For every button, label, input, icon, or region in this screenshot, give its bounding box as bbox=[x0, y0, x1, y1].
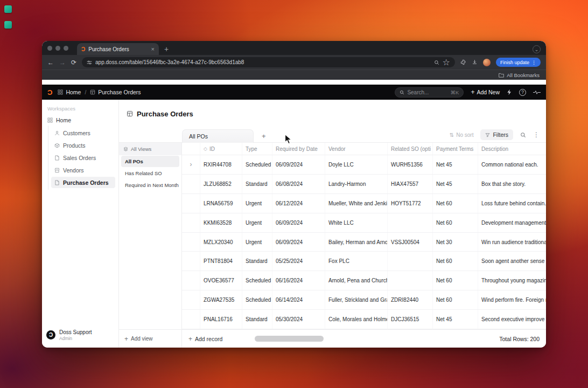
all-bookmarks-link[interactable]: All Bookmarks bbox=[507, 72, 540, 78]
expand-cell[interactable] bbox=[182, 194, 200, 213]
cell-type[interactable]: Scheduled bbox=[242, 271, 272, 290]
table-row[interactable]: MZLX20340Urgent06/09/2024Bailey, Herman … bbox=[182, 233, 546, 252]
column-header-related-so[interactable]: Related SO (opti bbox=[388, 143, 433, 155]
cell-description[interactable]: Win run audience traditional. Pag bbox=[478, 233, 546, 252]
cell-payment-terms[interactable]: Net 45 bbox=[433, 310, 478, 329]
profile-avatar[interactable] bbox=[483, 59, 491, 66]
cell-required-by-date[interactable]: 06/08/2024 bbox=[272, 175, 325, 193]
cell-payment-terms[interactable]: Net 45 bbox=[433, 175, 478, 193]
desktop-icon[interactable] bbox=[4, 21, 12, 29]
tab-all-pos[interactable]: All POs bbox=[182, 129, 254, 143]
cell-vendor[interactable]: Arnold, Pena and Church bbox=[325, 271, 388, 290]
global-search[interactable]: Search... ⌘K bbox=[395, 87, 464, 98]
help-icon[interactable]: ? bbox=[519, 89, 526, 96]
sidebar-item-products[interactable]: Products bbox=[51, 140, 115, 151]
column-header-id[interactable]: ◇ ID bbox=[200, 143, 242, 155]
table-row[interactable]: KKMI63528Urgent06/09/2024White LLCNet 60… bbox=[182, 213, 546, 233]
cell-payment-terms[interactable]: Net 60 bbox=[433, 290, 478, 309]
forward-button[interactable]: → bbox=[59, 59, 66, 66]
add-tab-button[interactable]: + bbox=[262, 133, 266, 140]
expand-cell[interactable] bbox=[182, 310, 200, 329]
cell-vendor[interactable]: White LLC bbox=[325, 213, 388, 232]
cell-type[interactable]: Standard bbox=[242, 310, 272, 329]
cell-id[interactable]: KKMI63528 bbox=[200, 213, 242, 232]
expand-cell[interactable]: › bbox=[182, 155, 200, 174]
download-icon[interactable] bbox=[472, 59, 478, 65]
cell-type[interactable]: Scheduled bbox=[242, 290, 272, 309]
cell-description[interactable]: Loss future behind contain. bbox=[478, 194, 546, 213]
view-item[interactable]: Has Related SO bbox=[121, 168, 179, 179]
cell-type[interactable]: Standard bbox=[242, 175, 272, 193]
expand-cell[interactable] bbox=[182, 213, 200, 232]
cell-vendor[interactable]: Mueller, White and Jenkins bbox=[325, 194, 388, 213]
breadcrumb-current[interactable]: Purchase Orders bbox=[98, 89, 141, 95]
view-item[interactable]: All POs bbox=[121, 156, 179, 167]
table-menu-kebab-icon[interactable]: ⋮ bbox=[533, 131, 540, 138]
cell-payment-terms[interactable]: Net 60 bbox=[433, 213, 478, 232]
cell-vendor[interactable]: Bailey, Herman and Arnold bbox=[325, 233, 388, 252]
table-row[interactable]: JLZU68852Standard06/08/2024Landry-Harmon… bbox=[182, 175, 546, 194]
cell-description[interactable]: Development management grou bbox=[478, 213, 546, 232]
site-settings-icon[interactable] bbox=[87, 60, 92, 65]
cell-id[interactable]: OVOE36577 bbox=[200, 271, 242, 290]
back-button[interactable]: ← bbox=[47, 59, 54, 66]
cell-related-so[interactable] bbox=[388, 213, 433, 232]
zoom-window-button[interactable] bbox=[64, 46, 68, 51]
browser-tab[interactable]: Ɔ Purchase Orders × bbox=[77, 43, 159, 55]
table-row[interactable]: LRNA56759Urgent06/12/2024Mueller, White … bbox=[182, 194, 546, 213]
cell-required-by-date[interactable]: 06/14/2024 bbox=[272, 290, 325, 309]
zoom-icon[interactable] bbox=[434, 60, 439, 65]
cell-related-so[interactable]: ZDRI82440 bbox=[388, 290, 433, 309]
url-text[interactable]: app.doss.com/table/15646fbc-3a2e-4674-a2… bbox=[95, 59, 431, 65]
table-row[interactable]: PNAL16716Standard05/30/2024Cole, Morales… bbox=[182, 310, 546, 329]
breadcrumb-home[interactable]: Home bbox=[66, 89, 81, 95]
cell-related-so[interactable]: DJCJ36515 bbox=[388, 310, 433, 329]
expand-cell[interactable] bbox=[182, 233, 200, 252]
sidebar-item-customers[interactable]: Customers bbox=[51, 127, 115, 138]
filters-button[interactable]: Filters bbox=[480, 129, 513, 140]
column-header-description[interactable]: Description bbox=[478, 143, 546, 155]
expand-cell[interactable] bbox=[182, 290, 200, 309]
cell-required-by-date[interactable]: 06/12/2024 bbox=[272, 194, 325, 213]
activity-pulse-icon[interactable] bbox=[533, 90, 541, 95]
reload-button[interactable]: ⟳ bbox=[71, 59, 76, 66]
cell-id[interactable]: PTNT81804 bbox=[200, 252, 242, 271]
cell-description[interactable]: Second executive improve finally bbox=[478, 310, 546, 329]
cell-id[interactable]: LRNA56759 bbox=[200, 194, 242, 213]
new-tab-button[interactable]: + bbox=[164, 45, 169, 53]
column-header-payment-terms[interactable]: Payment Terms bbox=[433, 143, 478, 155]
bookmark-star-icon[interactable]: ☆ bbox=[443, 57, 450, 67]
cell-required-by-date[interactable]: 06/09/2024 bbox=[272, 213, 325, 232]
automations-bolt-icon[interactable] bbox=[507, 89, 512, 95]
cell-vendor[interactable]: Fox PLC bbox=[325, 252, 388, 271]
expand-cell[interactable] bbox=[182, 271, 200, 290]
cell-required-by-date[interactable]: 06/09/2024 bbox=[272, 233, 325, 252]
cell-id[interactable]: PNAL16716 bbox=[200, 310, 242, 329]
add-new-button[interactable]: + Add New bbox=[471, 89, 500, 95]
expand-cell[interactable] bbox=[182, 252, 200, 271]
address-bar[interactable]: app.doss.com/table/15646fbc-3a2e-4674-a2… bbox=[82, 57, 455, 67]
cell-id[interactable]: RXIR44708 bbox=[200, 155, 242, 174]
desktop-icon[interactable] bbox=[4, 5, 12, 13]
cell-description[interactable]: Wind perform fire. Foreign rest e bbox=[478, 290, 546, 309]
table-row[interactable]: ›RXIR44708Scheduled06/09/2024Doyle LLCWU… bbox=[182, 155, 546, 175]
cell-description[interactable]: Common national each. bbox=[478, 155, 546, 174]
table-row[interactable]: OVOE36577Scheduled06/16/2024Arnold, Pena… bbox=[182, 271, 546, 290]
sidebar-item-purchase-orders[interactable]: Purchase Orders bbox=[51, 177, 115, 188]
cell-vendor[interactable]: Fuller, Strickland and Gray bbox=[325, 290, 388, 309]
cell-type[interactable]: Scheduled bbox=[242, 155, 272, 174]
cell-id[interactable]: ZGWA27535 bbox=[200, 290, 242, 309]
cell-payment-terms[interactable]: Net 45 bbox=[433, 155, 478, 174]
doss-logo[interactable]: Ɔ bbox=[47, 88, 52, 96]
sidebar-item-home[interactable]: Home bbox=[45, 115, 115, 126]
view-item[interactable]: Required in Next Month bbox=[121, 179, 179, 191]
cell-description[interactable]: Throughout young magazine tea bbox=[478, 271, 546, 290]
cell-required-by-date[interactable]: 06/16/2024 bbox=[272, 271, 325, 290]
cell-related-so[interactable] bbox=[388, 252, 433, 271]
column-header-type[interactable]: Type bbox=[242, 143, 272, 155]
no-sort-button[interactable]: ⇅ No sort bbox=[450, 132, 474, 138]
table-row[interactable]: ZGWA27535Scheduled06/14/2024Fuller, Stri… bbox=[182, 290, 546, 310]
sidebar-item-vendors[interactable]: Vendors bbox=[51, 164, 115, 176]
extensions-icon[interactable] bbox=[460, 59, 466, 65]
cell-type[interactable]: Urgent bbox=[242, 233, 272, 252]
